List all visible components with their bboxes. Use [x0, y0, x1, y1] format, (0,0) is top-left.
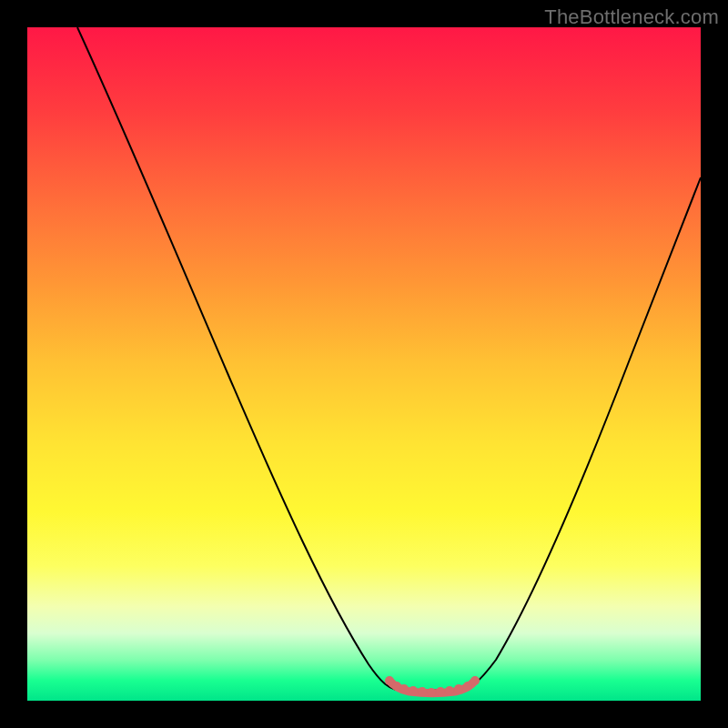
- svg-point-8: [454, 684, 463, 693]
- svg-point-9: [463, 682, 472, 691]
- svg-point-7: [445, 686, 454, 695]
- svg-point-3: [409, 686, 418, 695]
- svg-point-6: [436, 687, 445, 696]
- watermark-text: TheBottleneck.com: [544, 5, 719, 29]
- main-curve: [77, 27, 701, 690]
- svg-point-5: [427, 688, 436, 697]
- trough-dots: [385, 676, 480, 697]
- curve-overlay: [27, 27, 701, 701]
- svg-point-2: [399, 684, 409, 693]
- svg-point-10: [470, 676, 480, 685]
- svg-point-4: [418, 687, 427, 696]
- svg-point-0: [385, 676, 394, 685]
- chart-frame: TheBottleneck.com: [0, 0, 728, 728]
